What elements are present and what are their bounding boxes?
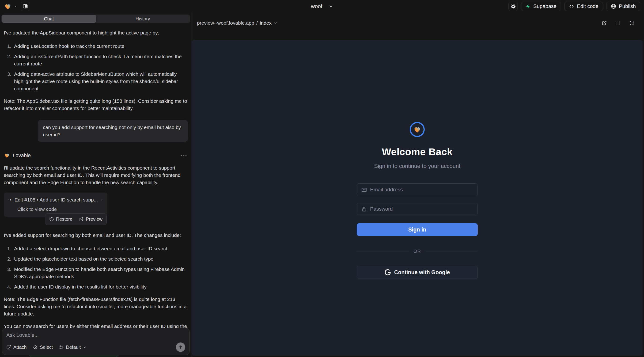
password-placeholder: Password: [370, 206, 393, 212]
restore-icon: [49, 217, 54, 222]
preview-button[interactable]: Preview: [79, 216, 102, 223]
edit-card-subtitle: Click to view code: [8, 206, 103, 213]
signin-title: Welcome Back: [382, 146, 453, 158]
attach-image-icon: [6, 345, 11, 350]
assistant-list: Adding useLocation hook to track the cur…: [4, 42, 188, 92]
restore-button[interactable]: Restore: [49, 216, 72, 223]
chevron-right-icon: [101, 198, 103, 202]
assistant-header: Lovable: [4, 152, 188, 159]
globe-icon: [611, 4, 616, 9]
signin-button[interactable]: Sign in: [357, 223, 478, 236]
email-placeholder: Email address: [370, 187, 403, 193]
preview-url-page: index: [260, 20, 272, 26]
lovable-heart-icon: [4, 152, 10, 158]
email-field[interactable]: Email address: [357, 184, 478, 196]
chat-mode-selector[interactable]: Default: [59, 344, 86, 350]
preview-url-host: preview--woof.lovable.app: [197, 20, 254, 26]
chevron-down-icon: [14, 4, 17, 8]
select-button[interactable]: Select: [33, 344, 53, 350]
project-name: woof: [311, 3, 322, 10]
attach-button[interactable]: Attach: [6, 344, 27, 350]
password-field[interactable]: Password: [357, 203, 478, 215]
chat-history-tabs: Chat History: [2, 14, 190, 23]
refresh-icon: [629, 20, 634, 26]
list-item: Added a select dropdown to choose betwee…: [13, 245, 188, 252]
toggle-sidebar-button[interactable]: [21, 2, 30, 11]
settings-button[interactable]: [508, 2, 518, 11]
list-item: Adding an isCurrentPath helper function …: [13, 53, 188, 67]
edit-card-actions: Restore Preview: [45, 214, 107, 225]
preview-panel: preview--woof.lovable.app / index: [192, 13, 644, 357]
list-item: Modified the Edge Function to handle bot…: [13, 266, 188, 280]
preview-header: preview--woof.lovable.app / index: [192, 13, 644, 40]
arrow-up-icon: [178, 345, 183, 350]
preview-url-selector[interactable]: preview--woof.lovable.app / index: [197, 18, 278, 26]
user-message-bubble: can you add support for searching not on…: [38, 120, 188, 142]
google-g-icon: [384, 269, 391, 275]
external-link-icon: [602, 20, 607, 26]
mobile-phone-icon: [616, 20, 621, 26]
sidebar-panel-icon: [23, 4, 28, 9]
signin-subtitle: Sign in to continue to your account: [374, 163, 460, 169]
list-item: Adding data-active attribute to SidebarM…: [13, 70, 188, 92]
envelope-icon: [361, 187, 367, 193]
open-in-new-tab-button[interactable]: [602, 20, 607, 26]
assistant-note: Note: The AppSidebar.tsx file is getting…: [4, 97, 188, 112]
composer-input[interactable]: Ask Lovable...: [6, 332, 185, 338]
tab-history[interactable]: History: [96, 15, 190, 22]
send-button[interactable]: [176, 342, 185, 352]
code-brackets-icon: [8, 197, 12, 202]
signin-card: Welcome Back Sign in to continue to your…: [357, 122, 478, 279]
refresh-button[interactable]: [629, 20, 634, 26]
gear-icon: [510, 4, 516, 9]
code-brackets-icon: [569, 4, 574, 9]
edit-code-card[interactable]: Edit #108 • Add user ID search supp... C…: [4, 192, 108, 217]
target-icon: [33, 345, 38, 350]
assistant-paragraph: I've added support for searching by both…: [4, 232, 188, 239]
assistant-paragraph: I'll update the search functionality in …: [4, 164, 188, 186]
chevron-down-icon: [274, 21, 278, 25]
chat-scroll-area[interactable]: I've updated the AppSidebar component to…: [0, 23, 192, 357]
project-switcher[interactable]: woof: [311, 0, 333, 13]
mobile-view-button[interactable]: [616, 20, 621, 26]
chevron-down-icon: [83, 346, 86, 349]
list-item: Added the user ID display in the results…: [13, 283, 188, 290]
assistant-list: Added a select dropdown to choose betwee…: [4, 245, 188, 290]
top-bar: woof: [0, 0, 644, 13]
list-item: Updated the placeholder text based on th…: [13, 255, 188, 262]
assistant-note: Note: The Edge Function file (fetch-fire…: [4, 296, 188, 317]
list-item: Adding useLocation hook to track the cur…: [13, 42, 188, 50]
tab-chat[interactable]: Chat: [2, 15, 96, 22]
lovable-app-window: woof: [0, 0, 644, 357]
chevron-down-icon: [328, 4, 333, 9]
or-divider: OR: [357, 249, 478, 254]
supabase-icon: [526, 4, 531, 9]
publish-button[interactable]: Publish: [606, 2, 640, 11]
assistant-paragraph: I've updated the AppSidebar component to…: [4, 29, 188, 36]
chat-panel: Chat History I've updated the AppSidebar…: [0, 13, 192, 357]
lovable-logo-heart-icon[interactable]: [4, 3, 17, 10]
heart-icon: [413, 126, 422, 134]
google-signin-button[interactable]: Continue with Google: [357, 266, 478, 279]
sliders-icon: [59, 345, 64, 350]
assistant-name: Lovable: [13, 152, 31, 159]
edit-card-title: Edit #108 • Add user ID search supp...: [14, 196, 98, 203]
external-link-icon: [79, 217, 84, 222]
lock-icon: [361, 206, 367, 212]
app-preview-frame: Welcome Back Sign in to continue to your…: [192, 40, 642, 356]
supabase-button[interactable]: Supabase: [521, 2, 561, 11]
composer: Ask Lovable... Attach Select Default: [2, 328, 190, 355]
app-logo: [410, 122, 425, 137]
message-more-options-icon[interactable]: [180, 154, 188, 158]
edit-code-button[interactable]: Edit code: [564, 2, 603, 11]
